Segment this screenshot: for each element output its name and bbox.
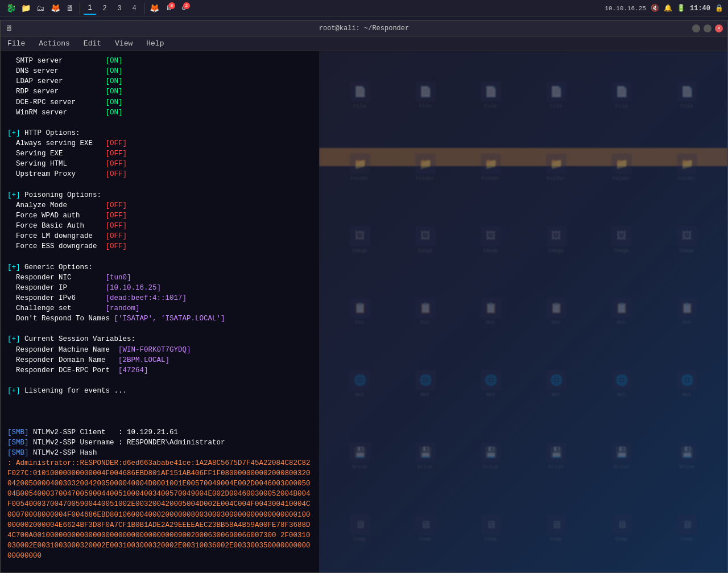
menu-file[interactable]: File bbox=[5, 38, 27, 49]
desktop-4[interactable]: 4 bbox=[128, 2, 140, 15]
machine-name-line: Responder Machine Name [WIN-F0RK0T7GYDQ] bbox=[7, 345, 312, 355]
clock: 11:40 bbox=[690, 5, 710, 13]
desktop-2[interactable]: 2 bbox=[98, 2, 111, 15]
blank2 bbox=[7, 180, 312, 190]
content-area: SMTP server [ON] DNS server [ON] LDAP se… bbox=[1, 51, 727, 572]
force-basic-line: Force Basic Auth [OFF] bbox=[7, 221, 312, 231]
challenge-set-line: Challenge set [random] bbox=[7, 303, 312, 314]
serving-exe-line: Serving EXE [OFF] bbox=[7, 149, 312, 159]
menu-view[interactable]: View bbox=[113, 38, 135, 49]
responder-ipv6-line: Responder IPv6 [dead:beef:4::1017] bbox=[7, 293, 312, 303]
blank7 bbox=[7, 406, 312, 417]
upstream-proxy-line: Upstream Proxy [OFF] bbox=[7, 169, 312, 179]
force-wpad-line: Force WPAD auth [OFF] bbox=[7, 211, 312, 221]
app-icon-folder[interactable]: 📁 bbox=[19, 2, 32, 15]
close-button[interactable]: ✕ bbox=[715, 24, 723, 32]
always-serving-line: Always serving EXE [OFF] bbox=[7, 138, 312, 149]
blank8 bbox=[7, 417, 312, 427]
ldap-server-line: LDAP server [ON] bbox=[7, 76, 312, 86]
terminal[interactable]: SMTP server [ON] DNS server [ON] LDAP se… bbox=[1, 51, 319, 572]
smtp-server-line: SMTP server [ON] bbox=[7, 56, 312, 66]
app-icon-firefox[interactable]: 🦊 bbox=[49, 2, 61, 15]
winrm-server-line: WinRM server [ON] bbox=[7, 108, 312, 118]
blank6 bbox=[7, 396, 312, 406]
force-ess-line: Force ESS downgrade [OFF] bbox=[7, 241, 312, 252]
menu-help[interactable]: Help bbox=[144, 38, 166, 49]
dont-respond-line: Don't Respond To Names ['ISATAP', 'ISATA… bbox=[7, 314, 312, 324]
listening-line: [+] Listening for events ... bbox=[7, 386, 312, 396]
app-icon-files[interactable]: 🗂 bbox=[34, 2, 47, 15]
desktop-1[interactable]: 1 bbox=[84, 2, 96, 15]
smb-user-line: [SMB] NTLMv2-SSP Username : RESPONDER\Ad… bbox=[7, 438, 312, 448]
generic-options-header: [+] Generic Options: bbox=[7, 262, 312, 273]
badge-count-8: 8 bbox=[168, 2, 175, 9]
taskbar: 🐉 📁 🗂 🦊 🖥 1 2 3 4 🦊 🖥 8 ⚙ 2 10.10.16.25 … bbox=[0, 0, 728, 17]
dns-server-line: DNS server [ON] bbox=[7, 66, 312, 76]
taskbar-separator bbox=[80, 3, 80, 14]
battery-icon[interactable]: 🔋 bbox=[677, 4, 685, 13]
smb-hash-line: [SMB] NTLMv2-SSP Hash bbox=[7, 448, 312, 458]
rdp-server-line: RDP server [ON] bbox=[7, 86, 312, 97]
blank4 bbox=[7, 324, 312, 334]
blank3 bbox=[7, 252, 312, 262]
session-vars-header: [+] Current Session Variables: bbox=[7, 334, 312, 344]
menu-edit[interactable]: Edit bbox=[81, 38, 104, 49]
domain-name-line: Responder Domain Name [2BPM.LOCAL] bbox=[7, 355, 312, 365]
minimize-button[interactable] bbox=[692, 24, 700, 32]
taskbar-separator-2 bbox=[144, 3, 144, 14]
main-window: 🖥 root@kali: ~/Responder ✕ File Actions … bbox=[0, 20, 728, 573]
analyze-mode-line: Analyze Mode [OFF] bbox=[7, 200, 312, 211]
ip-address: 10.10.16.25 bbox=[605, 5, 646, 12]
serving-html-line: Serving HTML [OFF] bbox=[7, 159, 312, 169]
badge-count-2: 2 bbox=[183, 2, 190, 9]
dcerpc-server-line: DCE-RPC server [ON] bbox=[7, 97, 312, 108]
app-icon-dragon[interactable]: 🐉 bbox=[5, 2, 17, 15]
smb-client-line: [SMB] NTLMv2-SSP Client : 10.129.21.61 bbox=[7, 427, 312, 438]
window-icon: 🖥 bbox=[5, 24, 13, 33]
title-bar: 🖥 root@kali: ~/Responder ✕ bbox=[1, 20, 727, 36]
window-title: root@kali: ~/Responder bbox=[319, 24, 409, 32]
responder-ip-line: Responder IP [10.10.16.25] bbox=[7, 283, 312, 293]
menu-actions[interactable]: Actions bbox=[36, 38, 72, 49]
background-icons: 📄File 📄File 📄File 📄File 📄File 📄File 📁Fol… bbox=[319, 51, 727, 572]
responder-nic-line: Responder NIC [tun0] bbox=[7, 273, 312, 283]
dce-rpc-port-line: Responder DCE-RPC Port [47264] bbox=[7, 365, 312, 376]
smb-hash-value: : Administrator::RESPONDER:d6ed663ababe4… bbox=[7, 458, 312, 561]
firefox-icon[interactable]: 🦊 bbox=[148, 2, 160, 15]
mute-icon[interactable]: 🔇 bbox=[651, 4, 659, 13]
blank9 bbox=[7, 561, 312, 571]
badge-2[interactable]: ⚙ 2 bbox=[177, 2, 190, 15]
badge-8[interactable]: 🖥 8 bbox=[163, 2, 175, 15]
right-panel: 📄File 📄File 📄File 📄File 📄File 📄File 📁Fol… bbox=[319, 51, 727, 572]
window-controls: ✕ bbox=[692, 24, 723, 32]
menu-bar: File Actions Edit View Help bbox=[1, 36, 727, 51]
desktop-3[interactable]: 3 bbox=[113, 2, 126, 15]
poison-options-header: [+] Poisoning Options: bbox=[7, 190, 312, 200]
blank5 bbox=[7, 376, 312, 386]
maximize-button[interactable] bbox=[704, 24, 712, 32]
lock-icon[interactable]: 🔒 bbox=[715, 4, 723, 13]
http-options-header: [+] HTTP Options: bbox=[7, 128, 312, 138]
force-lm-line: Force LM downgrade [OFF] bbox=[7, 231, 312, 241]
app-icon-terminal[interactable]: 🖥 bbox=[64, 2, 76, 15]
taskbar-right: 10.10.16.25 🔇 🔔 🔋 11:40 🔒 bbox=[605, 4, 723, 13]
bell-icon[interactable]: 🔔 bbox=[664, 4, 672, 13]
blank1 bbox=[7, 118, 312, 128]
